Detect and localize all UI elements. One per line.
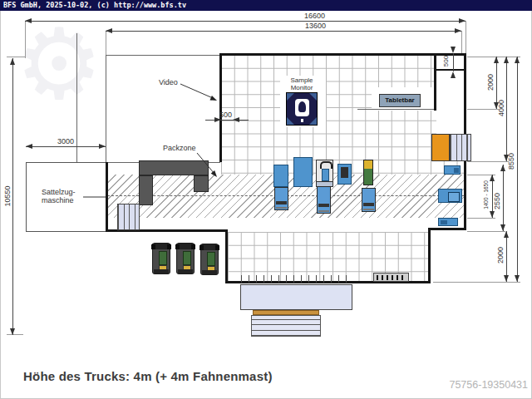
dim-right-4000-label: 4000 <box>497 91 505 125</box>
title-bar-text: BFS GmbH, 2025-10-02, (c) http://www.bfs… <box>3 1 186 9</box>
listing-id-watermark: 75756-19350431 <box>449 379 528 391</box>
title-bar: BFS GmbH, 2025-10-02, (c) http://www.bfs… <box>0 0 532 11</box>
dim-right-total <box>517 57 518 282</box>
dim-site-height-label: 10550 <box>3 180 12 213</box>
dim-left-width: 3000 <box>26 146 106 147</box>
height-note: Höhe des Trucks: 4m (+ 4m Fahnenmast) <box>23 369 273 383</box>
dim-wall-offset: 500 <box>205 120 249 121</box>
dim-bottom-2000 <box>506 231 507 282</box>
dim-top-inner: 13600 <box>106 31 461 32</box>
dim-bottom-2000-label: 2000 <box>496 239 505 272</box>
dim-top-inner-label: 13600 <box>305 22 326 30</box>
dim-lane-total <box>503 165 504 231</box>
dim-site-height <box>12 58 13 335</box>
dim-lane-range-label: 1400 - 1650 <box>483 173 489 218</box>
dim-top-outer: 16600 <box>25 21 466 22</box>
dim-left-width-label: 3000 <box>57 137 74 145</box>
dim-lane-total-label: 2550 <box>493 185 501 218</box>
dim-top-outer-label: 16600 <box>304 12 325 20</box>
dim-right-offset <box>453 53 454 71</box>
dim-right-offset-label: 500 <box>442 45 450 78</box>
dim-wall-offset-label: 500 <box>219 111 232 119</box>
leader-lines <box>0 0 532 399</box>
dim-right-total-label: 8550 <box>507 145 515 178</box>
dim-right-2000-label: 2000 <box>486 66 495 99</box>
video-leader-arrow-icon <box>210 96 218 101</box>
floorplan-page: BFS GmbH, 2025-10-02, (c) http://www.bfs… <box>0 0 532 399</box>
packzone-leader-arrow-icon <box>211 170 217 177</box>
